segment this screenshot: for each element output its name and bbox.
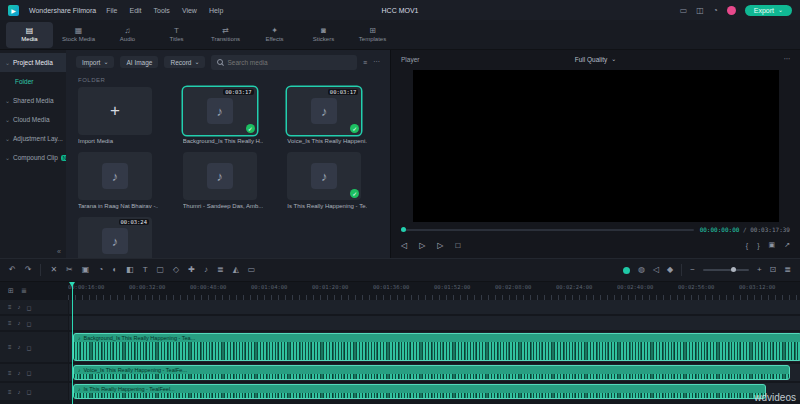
export-button[interactable]: Export ⌄ — [745, 5, 792, 16]
text-tool-icon[interactable]: T — [143, 266, 148, 274]
tab-audio[interactable]: ♫ Audio — [104, 22, 151, 48]
timeline-lane[interactable] — [69, 300, 800, 314]
track-lock-icon[interactable]: ◻ — [27, 320, 32, 327]
more-options-icon[interactable]: ⋯ — [373, 58, 380, 66]
dual-display-icon[interactable]: ▭ — [680, 6, 688, 15]
track-mute-icon[interactable]: ♪ — [18, 304, 21, 310]
stop-button[interactable]: □ — [455, 241, 460, 250]
seek-bar[interactable] — [401, 229, 694, 231]
track-header[interactable]: ≡ ♪ ◻ — [0, 316, 68, 330]
sidebar-item-compound-clip[interactable]: ⌄ Compound Clip NEW — [0, 148, 66, 167]
timeline-ruler[interactable]: 00:00:16:00 00:00:32:00 00:00:48:00 00:0… — [68, 282, 800, 300]
mic-icon[interactable]: ◍ — [638, 266, 645, 274]
tab-templates[interactable]: ⊞ Templates — [349, 22, 396, 48]
import-button[interactable]: Import ⌄ — [76, 56, 114, 68]
zoom-slider-handle[interactable] — [731, 267, 736, 272]
menu-edit[interactable]: Edit — [129, 7, 141, 14]
tab-stock-media[interactable]: ▦ Stock Media — [55, 22, 102, 48]
track-list-icon[interactable]: ≣ — [21, 287, 27, 295]
audio-clip[interactable]: ♪ Background_Is This Really Happening - … — [73, 333, 800, 361]
speaker-icon[interactable]: ◁ — [653, 266, 659, 274]
account-avatar[interactable] — [727, 6, 736, 15]
transform-icon[interactable]: ▢ — [157, 266, 165, 274]
audio-clip[interactable]: ♪ Is This Really Happening - TealFeel... — [73, 384, 766, 399]
timeline-zoom-slider[interactable] — [703, 269, 749, 271]
menu-view[interactable]: View — [182, 7, 197, 14]
media-thumbnail[interactable]: ♪ 00:03:24 — [78, 217, 152, 258]
track-header[interactable]: ≡ ♪ ◻ — [0, 300, 68, 314]
snapshot-icon[interactable]: ▣ — [769, 241, 776, 249]
filter-icon[interactable]: ≡ — [363, 59, 367, 66]
redo-icon[interactable]: ↷ — [25, 266, 32, 274]
sidebar-item-shared-media[interactable]: ⌄ Shared Media — [0, 91, 66, 110]
track-lock-icon[interactable]: ◻ — [27, 369, 32, 376]
fit-timeline-icon[interactable]: ⊡ — [770, 266, 777, 274]
tab-titles[interactable]: T Titles — [153, 22, 200, 48]
timeline-lane[interactable] — [69, 316, 800, 330]
voiceover-icon[interactable]: ♪ — [204, 266, 208, 274]
timeline-lane[interactable]: ♪ Background_Is This Really Happening - … — [69, 332, 800, 362]
track-header[interactable]: ≡ ♪ ◻ — [0, 332, 68, 362]
chroma-key-icon[interactable]: ◧ — [126, 266, 134, 274]
zoom-out-icon[interactable]: − — [690, 266, 695, 274]
previous-frame-button[interactable]: ◁ — [401, 241, 407, 250]
menu-tools[interactable]: Tools — [154, 7, 170, 14]
track-options-icon[interactable]: ≡ — [8, 389, 12, 395]
media-thumbnail[interactable]: ♪ — [183, 152, 257, 200]
keyframe-add-icon[interactable]: ◆ — [667, 266, 673, 274]
playhead[interactable] — [72, 282, 73, 404]
crop-icon[interactable]: ▣ — [82, 266, 90, 274]
speed-icon[interactable]: ◔ — [98, 266, 103, 274]
collapse-sidebar-icon[interactable]: « — [57, 248, 61, 255]
media-thumbnail[interactable]: ♪ 00:03:17 ✓ — [183, 87, 257, 135]
keyframe-icon[interactable]: ◇ — [173, 266, 179, 274]
import-media-tile[interactable]: + — [78, 87, 152, 135]
track-mute-icon[interactable]: ♪ — [18, 320, 21, 326]
media-thumbnail[interactable]: ♪ ✓ — [287, 152, 361, 200]
color-icon[interactable]: ◐ — [112, 266, 117, 274]
media-thumbnail[interactable]: ♪ 00:03:17 ✓ — [287, 87, 361, 135]
notification-icon[interactable]: ◔ — [713, 6, 718, 15]
timeline-lane[interactable]: ♪ Voice_Is This Really Happening - TealF… — [69, 364, 800, 381]
menu-file[interactable]: File — [106, 7, 117, 14]
fullscreen-icon[interactable]: ↗ — [784, 241, 790, 249]
ai-image-button[interactable]: AI Image — [120, 56, 158, 68]
layout-icon[interactable]: ◫ — [696, 6, 704, 15]
tab-media[interactable]: ▤ Media — [6, 22, 53, 48]
manage-tracks-icon[interactable]: ⊞ — [8, 287, 14, 295]
player-options-icon[interactable]: ⋯ — [784, 55, 791, 63]
tab-effects[interactable]: ✦ Effects — [251, 22, 298, 48]
timeline-lane[interactable]: ♪ Is This Really Happening - TealFeel... — [69, 383, 800, 400]
sidebar-item-folder[interactable]: Folder — [0, 72, 66, 91]
track-view-icon[interactable]: ≣ — [784, 266, 791, 274]
track-lock-icon[interactable]: ◻ — [27, 388, 32, 395]
track-mute-icon[interactable]: ♪ — [18, 389, 21, 395]
sidebar-item-adjustment-layer[interactable]: ⌄ Adjustment Lay... — [0, 129, 66, 148]
media-thumbnail[interactable]: ♪ — [78, 152, 152, 200]
track-lock-icon[interactable]: ◻ — [27, 304, 32, 311]
tab-stickers[interactable]: ◙ Stickers — [300, 22, 347, 48]
quality-dropdown[interactable]: Full Quality ⌄ — [575, 56, 617, 63]
marker-icon[interactable]: ✚ — [188, 266, 195, 274]
zoom-in-icon[interactable]: + — [757, 266, 762, 274]
render-preview-toggle[interactable] — [623, 267, 630, 274]
screen-record-icon[interactable]: ▭ — [248, 266, 256, 274]
sidebar-item-cloud-media[interactable]: ⌄ Cloud Media — [0, 110, 66, 129]
record-button[interactable]: Record ⌄ — [164, 56, 205, 68]
track-header[interactable]: ≡ ♪ ◻ — [0, 364, 68, 381]
track-header[interactable]: ≡ ♪ ◻ — [0, 383, 68, 400]
track-options-icon[interactable]: ≡ — [8, 344, 12, 350]
mask-icon[interactable]: ◭ — [233, 266, 239, 274]
next-frame-button[interactable]: ▷ — [437, 241, 443, 250]
track-options-icon[interactable]: ≡ — [8, 320, 12, 326]
track-options-icon[interactable]: ≡ — [8, 304, 12, 310]
play-button[interactable]: ▷ — [419, 241, 425, 250]
audio-clip[interactable]: ♪ Voice_Is This Really Happening - TealF… — [73, 365, 790, 380]
split-icon[interactable]: ✂ — [66, 266, 73, 274]
delete-icon[interactable]: ✕ — [50, 266, 57, 274]
undo-icon[interactable]: ↶ — [9, 266, 16, 274]
mark-in-icon[interactable]: { — [746, 242, 748, 249]
track-mute-icon[interactable]: ♪ — [18, 344, 21, 350]
track-mute-icon[interactable]: ♪ — [18, 370, 21, 376]
menu-help[interactable]: Help — [209, 7, 223, 14]
